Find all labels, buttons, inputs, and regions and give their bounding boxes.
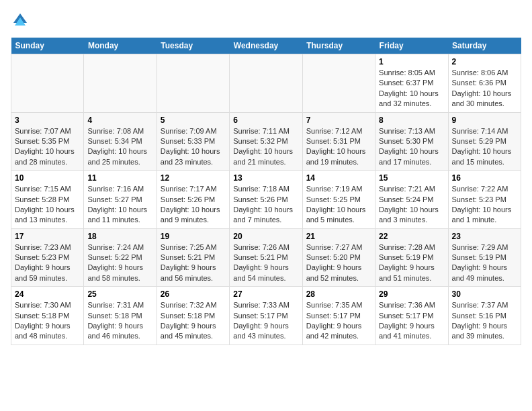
day-info: Sunrise: 7:29 AMSunset: 5:19 PMDaylight:… <box>452 242 517 284</box>
week-row-0: 1Sunrise: 8:05 AMSunset: 6:37 PMDaylight… <box>11 54 521 113</box>
logo-icon <box>11 11 30 30</box>
calendar-table: SundayMondayTuesdayWednesdayThursdayFrid… <box>11 38 521 345</box>
calendar-cell: 7Sunrise: 7:12 AMSunset: 5:31 PMDaylight… <box>302 112 375 171</box>
calendar-cell: 17Sunrise: 7:23 AMSunset: 5:23 PMDayligh… <box>11 228 84 287</box>
calendar-cell <box>157 54 229 113</box>
calendar-cell: 15Sunrise: 7:21 AMSunset: 5:24 PMDayligh… <box>375 171 448 229</box>
day-number: 28 <box>306 289 371 299</box>
day-number: 19 <box>161 232 226 241</box>
calendar-cell <box>302 54 375 113</box>
day-number: 2 <box>452 57 517 66</box>
calendar-cell: 14Sunrise: 7:19 AMSunset: 5:25 PMDayligh… <box>302 171 375 229</box>
day-info: Sunrise: 7:21 AMSunset: 5:24 PMDaylight:… <box>379 184 444 226</box>
calendar-cell: 29Sunrise: 7:36 AMSunset: 5:17 PMDayligh… <box>375 287 448 345</box>
calendar-cell: 13Sunrise: 7:18 AMSunset: 5:26 PMDayligh… <box>230 171 302 229</box>
day-info: Sunrise: 7:16 AMSunset: 5:27 PMDaylight:… <box>87 184 152 226</box>
calendar-cell: 11Sunrise: 7:16 AMSunset: 5:27 PMDayligh… <box>84 171 157 229</box>
day-number: 24 <box>15 289 80 299</box>
calendar-cell: 28Sunrise: 7:35 AMSunset: 5:17 PMDayligh… <box>302 287 375 345</box>
calendar-cell: 18Sunrise: 7:24 AMSunset: 5:22 PMDayligh… <box>84 228 157 287</box>
calendar-cell: 26Sunrise: 7:32 AMSunset: 5:18 PMDayligh… <box>157 287 229 345</box>
day-info: Sunrise: 8:06 AMSunset: 6:36 PMDaylight:… <box>452 68 517 109</box>
week-row-4: 24Sunrise: 7:30 AMSunset: 5:18 PMDayligh… <box>11 287 521 345</box>
day-info: Sunrise: 7:11 AMSunset: 5:32 PMDaylight:… <box>233 126 298 168</box>
col-header-saturday: Saturday <box>448 38 521 54</box>
day-number: 10 <box>15 173 80 183</box>
day-number: 20 <box>233 232 298 241</box>
day-info: Sunrise: 7:37 AMSunset: 5:16 PMDaylight:… <box>452 300 517 342</box>
day-number: 14 <box>306 173 371 183</box>
calendar-cell: 21Sunrise: 7:27 AMSunset: 5:20 PMDayligh… <box>302 228 375 287</box>
day-number: 16 <box>452 173 517 183</box>
calendar-cell: 1Sunrise: 8:05 AMSunset: 6:37 PMDaylight… <box>375 54 448 113</box>
day-info: Sunrise: 7:35 AMSunset: 5:17 PMDaylight:… <box>306 300 371 342</box>
day-number: 23 <box>452 232 517 241</box>
calendar-cell: 9Sunrise: 7:14 AMSunset: 5:29 PMDaylight… <box>448 112 521 171</box>
day-number: 17 <box>15 232 80 241</box>
week-row-3: 17Sunrise: 7:23 AMSunset: 5:23 PMDayligh… <box>11 228 521 287</box>
week-row-2: 10Sunrise: 7:15 AMSunset: 5:28 PMDayligh… <box>11 171 521 229</box>
calendar-cell: 27Sunrise: 7:33 AMSunset: 5:17 PMDayligh… <box>230 287 302 345</box>
day-info: Sunrise: 7:32 AMSunset: 5:18 PMDaylight:… <box>161 300 226 342</box>
col-header-tuesday: Tuesday <box>157 38 229 54</box>
calendar-cell: 4Sunrise: 7:08 AMSunset: 5:34 PMDaylight… <box>84 112 157 171</box>
calendar-cell <box>11 54 84 113</box>
day-number: 29 <box>379 289 444 299</box>
day-info: Sunrise: 7:14 AMSunset: 5:29 PMDaylight:… <box>452 126 517 168</box>
calendar-cell: 20Sunrise: 7:26 AMSunset: 5:21 PMDayligh… <box>230 228 302 287</box>
day-number: 9 <box>452 116 517 125</box>
col-header-thursday: Thursday <box>302 38 375 54</box>
day-info: Sunrise: 7:27 AMSunset: 5:20 PMDaylight:… <box>306 242 371 284</box>
day-info: Sunrise: 7:07 AMSunset: 5:35 PMDaylight:… <box>15 126 80 168</box>
day-number: 13 <box>233 173 298 183</box>
day-info: Sunrise: 7:12 AMSunset: 5:31 PMDaylight:… <box>306 126 371 168</box>
day-number: 30 <box>452 289 517 299</box>
day-number: 15 <box>379 173 444 183</box>
day-info: Sunrise: 7:28 AMSunset: 5:19 PMDaylight:… <box>379 242 444 284</box>
calendar-cell <box>84 54 157 113</box>
col-header-friday: Friday <box>375 38 448 54</box>
day-number: 6 <box>233 116 298 125</box>
day-info: Sunrise: 7:18 AMSunset: 5:26 PMDaylight:… <box>233 184 298 226</box>
calendar-cell: 19Sunrise: 7:25 AMSunset: 5:21 PMDayligh… <box>157 228 229 287</box>
day-number: 8 <box>379 116 444 125</box>
calendar-cell: 8Sunrise: 7:13 AMSunset: 5:30 PMDaylight… <box>375 112 448 171</box>
day-info: Sunrise: 7:15 AMSunset: 5:28 PMDaylight:… <box>15 184 80 226</box>
calendar-cell: 16Sunrise: 7:22 AMSunset: 5:23 PMDayligh… <box>448 171 521 229</box>
day-number: 27 <box>233 289 298 299</box>
calendar-cell: 5Sunrise: 7:09 AMSunset: 5:33 PMDaylight… <box>157 112 229 171</box>
day-info: Sunrise: 7:31 AMSunset: 5:18 PMDaylight:… <box>87 300 152 342</box>
day-info: Sunrise: 7:13 AMSunset: 5:30 PMDaylight:… <box>379 126 444 168</box>
day-number: 1 <box>379 57 444 66</box>
calendar-header-row: SundayMondayTuesdayWednesdayThursdayFrid… <box>11 38 521 54</box>
col-header-sunday: Sunday <box>11 38 84 54</box>
page-header <box>11 11 521 30</box>
day-number: 21 <box>306 232 371 241</box>
day-number: 4 <box>87 116 152 125</box>
day-info: Sunrise: 7:19 AMSunset: 5:25 PMDaylight:… <box>306 184 371 226</box>
calendar-cell: 30Sunrise: 7:37 AMSunset: 5:16 PMDayligh… <box>448 287 521 345</box>
calendar-cell: 24Sunrise: 7:30 AMSunset: 5:18 PMDayligh… <box>11 287 84 345</box>
day-number: 22 <box>379 232 444 241</box>
calendar-cell: 25Sunrise: 7:31 AMSunset: 5:18 PMDayligh… <box>84 287 157 345</box>
day-number: 3 <box>15 116 80 125</box>
day-number: 7 <box>306 116 371 125</box>
day-info: Sunrise: 7:23 AMSunset: 5:23 PMDaylight:… <box>15 242 80 284</box>
calendar-cell: 6Sunrise: 7:11 AMSunset: 5:32 PMDaylight… <box>230 112 302 171</box>
day-info: Sunrise: 7:26 AMSunset: 5:21 PMDaylight:… <box>233 242 298 284</box>
day-number: 26 <box>161 289 226 299</box>
calendar-cell: 23Sunrise: 7:29 AMSunset: 5:19 PMDayligh… <box>448 228 521 287</box>
day-info: Sunrise: 7:09 AMSunset: 5:33 PMDaylight:… <box>161 126 226 168</box>
day-info: Sunrise: 7:22 AMSunset: 5:23 PMDaylight:… <box>452 184 517 226</box>
calendar-cell: 2Sunrise: 8:06 AMSunset: 6:36 PMDaylight… <box>448 54 521 113</box>
day-info: Sunrise: 7:30 AMSunset: 5:18 PMDaylight:… <box>15 300 80 342</box>
day-number: 25 <box>87 289 152 299</box>
calendar-cell: 10Sunrise: 7:15 AMSunset: 5:28 PMDayligh… <box>11 171 84 229</box>
logo <box>11 11 32 30</box>
day-info: Sunrise: 7:25 AMSunset: 5:21 PMDaylight:… <box>161 242 226 284</box>
day-info: Sunrise: 7:33 AMSunset: 5:17 PMDaylight:… <box>233 300 298 342</box>
day-info: Sunrise: 7:08 AMSunset: 5:34 PMDaylight:… <box>87 126 152 168</box>
day-info: Sunrise: 7:17 AMSunset: 5:26 PMDaylight:… <box>161 184 226 226</box>
calendar-cell: 12Sunrise: 7:17 AMSunset: 5:26 PMDayligh… <box>157 171 229 229</box>
day-info: Sunrise: 7:36 AMSunset: 5:17 PMDaylight:… <box>379 300 444 342</box>
